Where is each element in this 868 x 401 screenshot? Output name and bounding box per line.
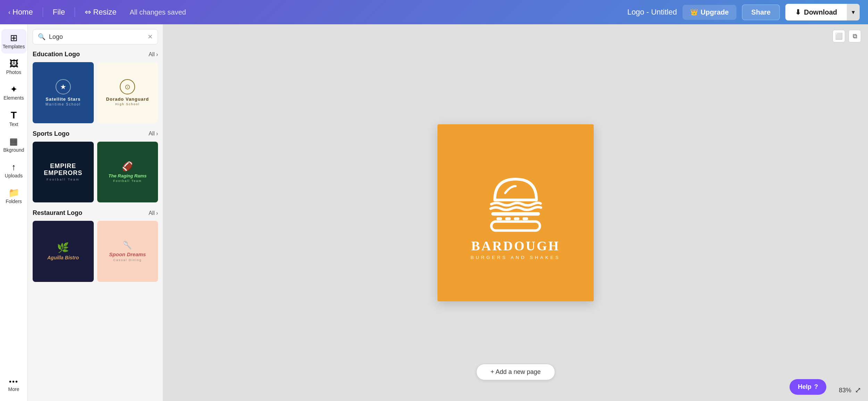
sidebar-item-uploads[interactable]: ↑ Uploads: [1, 158, 26, 183]
photos-icon: 🖼: [9, 59, 18, 68]
copy-tool-button[interactable]: ⧉: [849, 30, 861, 42]
education-template-grid: ★ Satellite Stars Maritime School ⊙ Dora…: [33, 62, 158, 123]
sports-all-label: All: [149, 131, 155, 137]
raging-sub: Football Team: [113, 179, 142, 183]
leaf-icon: 🌿: [57, 242, 69, 253]
resize-label: Resize: [93, 8, 116, 17]
dorado-name: Dorado Vanguard: [106, 97, 149, 102]
template-card-aguilla[interactable]: 🌿 Aguilla Bistro: [33, 221, 94, 282]
more-icon: •••: [9, 378, 18, 385]
home-label: Home: [12, 8, 33, 17]
satellite-circle: ★: [56, 79, 71, 94]
download-button-group: ⬇ Download ▾: [785, 4, 860, 20]
expand-icon[interactable]: ⤢: [855, 386, 861, 395]
crown-icon: 👑: [690, 8, 698, 16]
restaurant-all-button[interactable]: All ›: [149, 210, 158, 216]
divider: [75, 7, 75, 17]
template-card-raging[interactable]: 🏈 The Raging Rams Football Team: [97, 142, 158, 203]
design-canvas[interactable]: BARDOUGH BURGERS AND SHAKES: [437, 124, 594, 301]
spoon-name: Spoon Dreams: [109, 251, 146, 257]
sidebar-item-background[interactable]: ▦ Bkground: [1, 133, 26, 157]
sidebar-item-more[interactable]: ••• More: [1, 374, 26, 396]
divider: [43, 7, 43, 17]
document-title: Logo - Untitled: [627, 8, 677, 17]
satellite-sub: Maritime School: [45, 102, 81, 106]
svg-rect-0: [491, 212, 540, 216]
spoon-sub: Casual Dining: [113, 258, 142, 262]
chevron-right-icon: ›: [156, 210, 158, 216]
dorado-star-icon: ⊙: [125, 83, 131, 91]
burger-logo: BARDOUGH BURGERS AND SHAKES: [471, 165, 561, 260]
sidebar-templates-label: Templates: [3, 44, 25, 49]
folders-icon: 📁: [8, 188, 19, 197]
help-button[interactable]: Help ?: [790, 379, 826, 395]
restaurant-all-label: All: [149, 210, 155, 216]
education-all-label: All: [149, 51, 155, 58]
sports-all-button[interactable]: All ›: [149, 131, 158, 137]
svg-rect-5: [491, 222, 540, 231]
satellite-star-icon: ★: [60, 83, 66, 91]
share-label: Share: [751, 8, 771, 16]
template-card-dorado[interactable]: ⊙ Dorado Vanguard High School: [97, 62, 158, 123]
zoom-level: 83%: [839, 387, 851, 394]
sports-template-grid: EMPIREEMPERORS Football Team 🏈 The Ragin…: [33, 142, 158, 203]
template-card-spoon[interactable]: 🥄 Spoon Dreams Casual Dining: [97, 221, 158, 282]
sidebar-elements-label: Elements: [3, 95, 24, 101]
education-all-button[interactable]: All ›: [149, 51, 158, 58]
auto-save-status: All changes saved: [130, 8, 186, 16]
education-section-title: Education Logo: [33, 51, 80, 58]
template-card-empire[interactable]: EMPIREEMPERORS Football Team: [33, 142, 94, 203]
restaurant-section-title: Restaurant Logo: [33, 209, 82, 217]
sidebar-more-label: More: [8, 386, 19, 392]
download-icon: ⬇: [795, 8, 801, 16]
sidebar-item-elements[interactable]: ✦ Elements: [1, 81, 26, 105]
resize-icon: ⇔: [85, 8, 91, 17]
copy-icon: ⧉: [853, 33, 857, 40]
add-new-page-button[interactable]: + Add a new page: [476, 364, 555, 380]
upgrade-label: Upgrade: [701, 8, 729, 16]
notes-tool-button[interactable]: ⬜: [833, 30, 845, 42]
chevron-right-icon: ›: [156, 51, 158, 58]
topbar: ‹ Home File ⇔ Resize All changes saved L…: [0, 0, 868, 24]
download-dropdown-button[interactable]: ▾: [847, 4, 860, 20]
clear-search-icon[interactable]: ✕: [148, 33, 153, 41]
topbar-left: ‹ Home File ⇔ Resize All changes saved: [8, 7, 186, 17]
share-button[interactable]: Share: [742, 5, 780, 20]
file-button[interactable]: File: [53, 8, 65, 17]
education-section-header: Education Logo All ›: [33, 51, 158, 58]
text-icon: T: [11, 110, 17, 120]
sidebar-item-folders[interactable]: 📁 Folders: [1, 184, 26, 208]
elements-icon: ✦: [10, 85, 18, 94]
sidebar-item-photos[interactable]: 🖼 Photos: [1, 55, 26, 79]
home-button[interactable]: ‹ Home: [8, 8, 33, 17]
burger-svg: [481, 165, 550, 235]
canvas-area: ⬜ ⧉: [163, 24, 868, 401]
satellite-name: Satellite Stars: [45, 97, 81, 102]
templates-icon: ⊞: [10, 33, 18, 42]
football-icon: 🏈: [122, 161, 133, 172]
sidebar-item-text[interactable]: T Text: [1, 106, 26, 131]
brand-sub: BURGERS AND SHAKES: [471, 255, 561, 260]
svg-rect-4: [523, 217, 528, 220]
empire-name: EMPIREEMPERORS: [44, 163, 82, 177]
download-label: Download: [804, 8, 837, 16]
templates-panel: 🔍 ✕ Education Logo All › ★ Satellite Sta…: [28, 24, 163, 401]
upgrade-button[interactable]: 👑 Upgrade: [683, 5, 736, 20]
svg-rect-3: [514, 217, 519, 220]
sidebar-background-label: Bkground: [3, 147, 24, 153]
zoom-controls: 83% ⤢: [839, 386, 861, 395]
canvas-toolbar: ⬜ ⧉: [833, 30, 861, 42]
svg-rect-2: [505, 217, 511, 220]
dorado-sub: High School: [115, 102, 140, 106]
sports-section-title: Sports Logo: [33, 130, 69, 137]
search-box[interactable]: 🔍 ✕: [33, 29, 158, 44]
raging-name: The Raging Rams: [108, 173, 147, 178]
sports-section-header: Sports Logo All ›: [33, 130, 158, 137]
template-card-satellite[interactable]: ★ Satellite Stars Maritime School: [33, 62, 94, 123]
canvas-wrapper: BARDOUGH BURGERS AND SHAKES: [437, 124, 594, 301]
resize-button[interactable]: ⇔ Resize: [85, 8, 116, 17]
download-button[interactable]: ⬇ Download: [785, 4, 847, 20]
sidebar-item-templates[interactable]: ⊞ Templates: [1, 29, 26, 53]
search-input[interactable]: [49, 33, 144, 41]
restaurant-section-header: Restaurant Logo All ›: [33, 209, 158, 217]
